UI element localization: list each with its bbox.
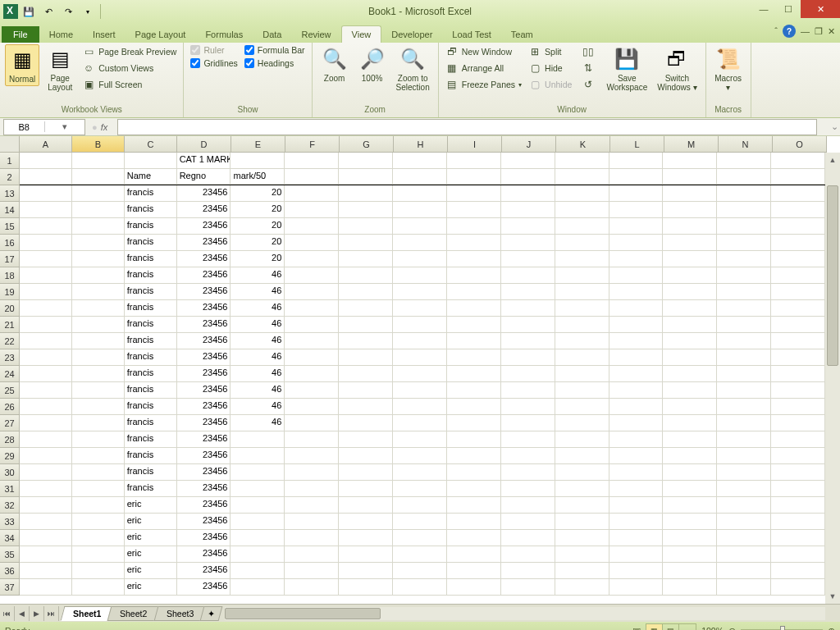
tab-view[interactable]: View (341, 25, 382, 43)
undo-button[interactable]: ↶ (39, 2, 57, 21)
name-box-dropdown-icon[interactable]: ▾ (44, 121, 85, 132)
column-header[interactable]: H (394, 136, 448, 153)
tab-insert[interactable]: Insert (83, 26, 126, 43)
tab-formulas[interactable]: Formulas (195, 26, 253, 43)
minimize-button[interactable]: — (751, 0, 776, 18)
page-break-status-button[interactable]: ▭ (679, 624, 696, 630)
page-break-preview-button[interactable]: ▭Page Break Preview (80, 44, 178, 59)
vertical-scrollbar[interactable]: ▲ ▼ (825, 153, 840, 604)
arrange-all-button[interactable]: ▦Arrange All (444, 61, 523, 75)
scroll-thumb[interactable] (827, 185, 838, 366)
row-header[interactable]: 29 (0, 448, 20, 464)
row-header[interactable]: 23 (0, 349, 20, 366)
row-header[interactable]: 14 (0, 202, 20, 218)
row-header[interactable]: 28 (0, 431, 20, 448)
headings-checkbox[interactable]: Headings (243, 57, 307, 69)
column-header[interactable]: N (719, 136, 773, 153)
zoom-level[interactable]: 100% (701, 626, 724, 630)
row-header[interactable]: 1 (0, 153, 20, 169)
zoom-out-button[interactable]: ⊖ (728, 626, 736, 630)
help-icon[interactable]: ? (783, 25, 796, 38)
zoom-in-button[interactable]: ⊕ (828, 626, 835, 630)
normal-view-button[interactable]: ▦ Normal (5, 44, 39, 86)
full-screen-button[interactable]: ▣Full Screen (80, 77, 178, 92)
row-header[interactable]: 35 (0, 546, 20, 563)
sheet-last-button[interactable]: ⏭ (44, 606, 59, 621)
workbook-minimize-icon[interactable]: — (801, 26, 810, 36)
freeze-panes-button[interactable]: ▤Freeze Panes ▾ (444, 77, 523, 92)
column-header[interactable]: I (448, 136, 502, 153)
column-header[interactable]: D (177, 136, 231, 153)
zoom-100-button[interactable]: 🔎100% (355, 44, 390, 84)
workbook-restore-icon[interactable]: ❐ (815, 26, 823, 37)
formula-expand-icon[interactable]: ⌄ (829, 121, 840, 132)
sheet-prev-button[interactable]: ◀ (15, 606, 30, 621)
cells-area[interactable]: CAT 1 MARKSNameRegnomark/50francis234562… (20, 153, 825, 604)
row-header[interactable]: 34 (0, 530, 20, 546)
row-header[interactable]: 17 (0, 251, 20, 267)
tab-home[interactable]: Home (39, 26, 83, 43)
row-header[interactable]: 31 (0, 481, 20, 497)
column-header[interactable]: K (556, 136, 610, 153)
workbook-close-icon[interactable]: ✕ (828, 26, 835, 37)
column-header[interactable]: E (231, 136, 285, 153)
view-side-by-side-button[interactable]: ▯▯ (580, 44, 596, 59)
row-header[interactable]: 26 (0, 399, 20, 415)
sheet-tab-3[interactable]: Sheet3 (153, 606, 206, 621)
macro-record-icon[interactable]: ▣ (632, 626, 641, 630)
close-button[interactable]: ✕ (801, 0, 840, 18)
zoom-slider-thumb[interactable] (780, 626, 785, 630)
row-header[interactable]: 22 (0, 333, 20, 349)
row-header[interactable]: 15 (0, 218, 20, 235)
normal-view-status-button[interactable]: ▦ (646, 624, 663, 630)
row-header[interactable]: 32 (0, 497, 20, 514)
tab-loadtest[interactable]: Load Test (442, 26, 501, 43)
sync-scroll-button[interactable]: ⇅ (580, 61, 596, 75)
new-sheet-button[interactable]: ✦ (200, 606, 223, 621)
qat-customize-button[interactable]: ▾ (79, 2, 97, 21)
gridlines-checkbox[interactable]: Gridlines (189, 57, 239, 69)
save-button[interactable]: 💾 (20, 2, 38, 21)
row-header[interactable]: 16 (0, 235, 20, 251)
row-header[interactable]: 24 (0, 366, 20, 382)
row-header[interactable]: 2 (0, 169, 20, 185)
select-all-corner[interactable] (0, 136, 20, 153)
column-header[interactable]: J (502, 136, 556, 153)
column-header[interactable]: O (773, 136, 827, 153)
sheet-next-button[interactable]: ▶ (30, 606, 44, 621)
row-header[interactable]: 13 (0, 185, 20, 202)
row-header[interactable]: 36 (0, 563, 20, 579)
horizontal-scrollbar[interactable] (225, 607, 825, 620)
save-workspace-button[interactable]: 💾Save Workspace (603, 44, 651, 94)
hscroll-thumb[interactable] (225, 608, 381, 619)
excel-logo-icon[interactable] (3, 4, 18, 19)
switch-windows-button[interactable]: 🗗Switch Windows ▾ (654, 44, 700, 94)
row-header[interactable]: 27 (0, 415, 20, 431)
tab-review[interactable]: Review (291, 26, 340, 43)
row-header[interactable]: 30 (0, 464, 20, 481)
tab-pagelayout[interactable]: Page Layout (126, 26, 196, 43)
custom-views-button[interactable]: ☺Custom Views (80, 61, 178, 75)
tab-team[interactable]: Team (501, 26, 543, 43)
redo-button[interactable]: ↷ (59, 2, 77, 21)
split-button[interactable]: ⊞Split (527, 44, 573, 59)
new-window-button[interactable]: 🗗New Window (444, 44, 523, 59)
scroll-up-icon[interactable]: ▲ (825, 153, 840, 167)
zoom-button[interactable]: 🔍Zoom (317, 44, 352, 84)
fx-icon[interactable]: fx (101, 122, 112, 132)
column-header[interactable]: A (20, 136, 72, 153)
row-header[interactable]: 18 (0, 267, 20, 284)
file-tab[interactable]: File (2, 26, 39, 43)
sheet-tab-1[interactable]: Sheet1 (61, 606, 114, 621)
tab-developer[interactable]: Developer (381, 26, 442, 43)
column-header[interactable]: F (285, 136, 340, 153)
column-header[interactable]: C (125, 136, 177, 153)
page-layout-button[interactable]: ▤ Page Layout (43, 44, 77, 94)
column-header[interactable]: B (72, 136, 125, 153)
reset-window-button[interactable]: ↺ (580, 77, 596, 92)
row-header[interactable]: 19 (0, 284, 20, 300)
page-layout-status-button[interactable]: ▤ (663, 624, 679, 630)
macros-button[interactable]: 📜Macros▾ (711, 44, 746, 94)
formula-bar-checkbox[interactable]: Formula Bar (243, 44, 307, 56)
maximize-button[interactable]: ☐ (776, 0, 801, 18)
